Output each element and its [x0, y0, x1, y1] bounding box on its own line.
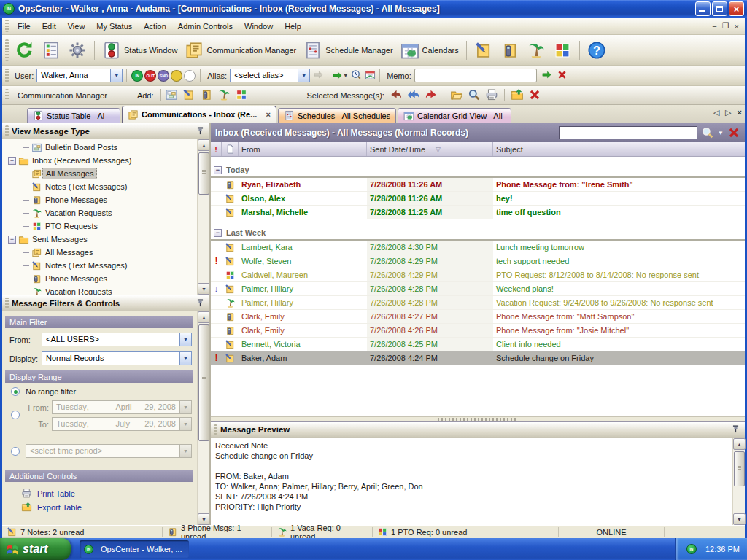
tree-item-vacation-requests[interactable]: Vacation Requests — [2, 285, 196, 295]
message-row[interactable]: Lambert, Kara7/26/2008 4:30 PMLunch meet… — [211, 241, 745, 254]
range-to-date-select[interactable]: Tuesday,July29, 2008 ▼ — [52, 417, 192, 431]
scroll-up-button[interactable]: ▲ — [733, 438, 746, 450]
message-row[interactable]: Clark, Emily7/26/2008 4:27 PMPhone Messa… — [211, 310, 745, 324]
column-sent[interactable]: Sent Date/Time▽ — [367, 142, 493, 156]
message-row[interactable]: Palmer, Hillary7/26/2008 4:28 PMVacation… — [211, 296, 745, 310]
tree-item-phone-messages[interactable]: Phone Messages — [2, 272, 196, 285]
message-row[interactable]: Ryan, Elizabeth7/28/2008 11:26 AMPhone M… — [211, 178, 745, 192]
add-phone-button[interactable] — [497, 39, 523, 62]
msg-export-button[interactable] — [511, 88, 524, 103]
scroll-down-button[interactable]: ▼ — [198, 513, 209, 525]
time-period-radio[interactable] — [11, 447, 20, 456]
no-range-filter-radio[interactable] — [11, 387, 20, 396]
alias-apply-button[interactable] — [313, 69, 324, 82]
memo-apply-button[interactable] — [541, 69, 552, 82]
scrollbar-thumb[interactable] — [198, 324, 209, 441]
toolbar-grip[interactable] — [5, 20, 9, 31]
tree-item-notes-text-messages-[interactable]: Notes (Text Messages) — [2, 180, 196, 193]
tree-item-vacation-requests[interactable]: Vacation Requests — [2, 206, 196, 219]
status-history-button[interactable] — [351, 69, 362, 82]
search-button[interactable] — [701, 126, 714, 139]
presence-snd-button[interactable]: SND — [158, 70, 169, 82]
preview-scrollbar[interactable]: ▲ ▼ — [732, 438, 745, 525]
refresh-button[interactable] — [12, 39, 38, 62]
tab-scroll-left-button[interactable]: ◁ — [713, 108, 719, 117]
msg-folder-open-button[interactable] — [450, 88, 463, 103]
tab-close-button[interactable]: × — [738, 108, 742, 117]
scroll-up-button[interactable]: ▲ — [198, 311, 209, 323]
start-button[interactable]: start — [0, 538, 71, 560]
preview-splitter[interactable] — [211, 416, 745, 422]
msg-reply-button[interactable] — [390, 88, 403, 103]
calendars-button[interactable]: Calendars — [397, 39, 462, 62]
tree-collapse-toggle[interactable]: − — [8, 236, 16, 244]
add-bulletin-button[interactable] — [165, 88, 178, 103]
tree-collapse-toggle[interactable]: − — [8, 157, 16, 165]
tree-item-all-messages[interactable]: All Messages — [2, 246, 196, 259]
mdi-restore-button[interactable]: ❐ — [722, 21, 729, 31]
minimize-button[interactable] — [695, 1, 711, 16]
tree-item-pto-requests[interactable]: PTO Requests — [2, 219, 196, 233]
tab-scroll-right-button[interactable]: ▷ — [725, 108, 731, 117]
presence-out-button[interactable]: OUT — [144, 70, 156, 82]
toolbar-grip[interactable] — [5, 89, 9, 102]
search-input[interactable] — [559, 126, 697, 139]
group-header-last-week[interactable]: −Last Week — [211, 226, 745, 241]
toolbar-grip[interactable] — [5, 39, 9, 61]
mdi-minimize-button[interactable]: − — [712, 22, 716, 31]
add-note-button[interactable] — [471, 39, 497, 62]
menu-edit[interactable]: Edit — [36, 19, 62, 34]
filters-scrollbar[interactable]: ▲ ▼ — [197, 311, 209, 525]
clear-search-button[interactable] — [727, 126, 740, 139]
panel-grip[interactable] — [214, 424, 217, 435]
tab-close-icon[interactable]: × — [266, 110, 271, 119]
menu-my-status[interactable]: My Status — [90, 19, 138, 34]
msg-print-button[interactable] — [485, 88, 498, 103]
panel-grip[interactable] — [5, 298, 9, 308]
tab-schedules-all-schedules[interactable]: Schedules - All Schedules — [278, 108, 396, 122]
scroll-up-button[interactable]: ▲ — [198, 139, 209, 151]
column-subject[interactable]: Subject — [493, 142, 745, 156]
memo-clear-button[interactable] — [557, 69, 568, 82]
scroll-down-button[interactable]: ▼ — [198, 283, 209, 295]
help-button[interactable]: ? — [584, 39, 610, 62]
display-filter-select[interactable]: Normal Records▼ — [42, 351, 192, 365]
restore-button[interactable] — [712, 1, 727, 16]
time-period-select[interactable]: <select time period>▼ — [26, 444, 192, 458]
add-pto-button[interactable] — [235, 88, 248, 103]
tree-scrollbar[interactable]: ▲ ▼ — [197, 139, 209, 295]
menu-window[interactable]: Window — [239, 19, 279, 34]
panel-grip[interactable] — [5, 125, 9, 136]
from-filter-select[interactable]: <ALL USERS>▼ — [42, 332, 192, 346]
status-window-button[interactable]: Status Window — [98, 39, 181, 62]
schedule-status-button[interactable] — [365, 69, 376, 82]
add-note-button[interactable] — [182, 88, 196, 103]
message-row[interactable]: Marshal, Michelle7/28/2008 11:25 AMtime … — [211, 206, 745, 219]
tree-item-all-messages[interactable]: All Messages — [2, 167, 196, 180]
message-row[interactable]: Caldwell, Maureen7/26/2008 4:29 PMPTO Re… — [211, 268, 745, 282]
scrollbar-thumb[interactable] — [198, 152, 209, 195]
msg-forward-button[interactable] — [425, 88, 438, 103]
column-type-icon[interactable] — [222, 142, 239, 156]
tab-calendar-grid-view-all[interactable]: Calendar Grid View - All — [398, 108, 511, 122]
mdi-close-button[interactable]: × — [735, 22, 739, 31]
search-options-chevron[interactable]: ▼ — [718, 130, 724, 136]
column-priority[interactable]: ! — [211, 142, 222, 156]
taskbar-app-button[interactable]: IN OpsCenter - Walker, ... — [80, 540, 189, 558]
scroll-down-button[interactable]: ▼ — [733, 513, 746, 525]
scrollbar-thumb[interactable] — [734, 451, 745, 486]
message-row[interactable]: Olson, Alex7/28/2008 11:26 AMhey! — [211, 192, 745, 206]
message-row[interactable]: ! Baker, Adam7/26/2008 4:24 PMSchedule c… — [211, 351, 745, 365]
menu-help[interactable]: Help — [279, 19, 307, 34]
export-table-link[interactable]: Export Table — [5, 500, 193, 514]
alias-select[interactable]: <select alias>▼ — [230, 69, 310, 82]
group-collapse-toggle[interactable]: − — [214, 166, 222, 174]
add-pto-button[interactable] — [549, 39, 576, 62]
tree-item-sent-messages[interactable]: −Sent Messages — [2, 233, 196, 246]
presence-in-button[interactable]: IN — [131, 70, 143, 82]
range-from-date-select[interactable]: Tuesday,April29, 2008 ▼ — [52, 400, 192, 414]
message-row[interactable]: Bennett, Victoria7/26/2008 4:25 PMClient… — [211, 338, 745, 351]
tab-status-table-al[interactable]: Status Table - Al — [27, 108, 120, 122]
menu-file[interactable]: File — [12, 19, 36, 34]
group-header-today[interactable]: −Today — [211, 163, 745, 178]
